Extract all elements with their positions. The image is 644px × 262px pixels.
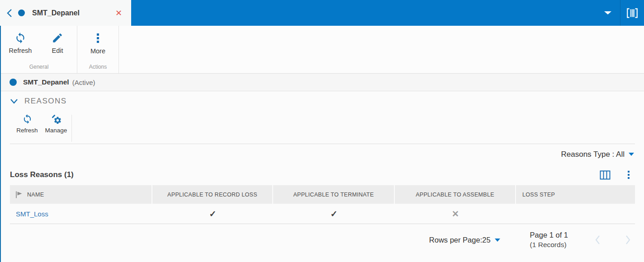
- column-header-loss-step[interactable]: LOSS STEP: [516, 185, 635, 204]
- refresh-label: Refresh: [9, 47, 32, 54]
- pagination-bar: Rows per Page:25 Page 1 of 1 (1 Records): [1, 224, 644, 256]
- entity-tab[interactable]: SMT_Depanel ✕: [0, 0, 131, 26]
- refresh-icon: [14, 32, 26, 44]
- edit-button[interactable]: Edit: [40, 30, 75, 54]
- column-header-name[interactable]: NAME: [10, 185, 152, 204]
- column-header-label: APPLICABLE TO ASSEMBLE: [416, 192, 494, 198]
- loss-reasons-title: Loss Reasons (1): [10, 170, 74, 179]
- records-label: (1 Records): [530, 240, 568, 249]
- chevron-down-icon: [495, 239, 500, 242]
- ribbon-toolbar: Refresh Edit General More Actions: [1, 26, 644, 74]
- column-header-label: LOSS STEP: [522, 192, 555, 198]
- cell-assemble: ✕: [395, 204, 516, 224]
- entity-summary-row: SMT_Depanel (Active): [1, 74, 644, 91]
- entity-status-dot: [18, 9, 25, 16]
- column-header-label: APPLICABLE TO TERMINATE: [293, 192, 374, 198]
- column-chooser-button[interactable]: [600, 170, 611, 180]
- chevron-down-icon: [10, 98, 18, 104]
- more-dots-icon: [97, 32, 99, 44]
- close-icon[interactable]: ✕: [114, 7, 124, 19]
- ribbon-group-general: Refresh Edit General: [1, 26, 77, 73]
- reasons-refresh-button[interactable]: Refresh: [13, 114, 42, 134]
- table-row: SMT_Loss ✓ ✓ ✕: [10, 204, 635, 224]
- ribbon-group-label-actions: Actions: [77, 64, 118, 73]
- refresh-button[interactable]: Refresh: [3, 30, 38, 54]
- loss-reason-link[interactable]: SMT_Loss: [16, 210, 48, 218]
- barcode-icon: [626, 7, 639, 19]
- pencil-icon: [52, 32, 63, 44]
- column-header-assemble[interactable]: APPLICABLE TO ASSEMBLE: [395, 185, 516, 204]
- cell-record-loss: ✓: [152, 204, 273, 224]
- page-label: Page 1 of 1: [530, 230, 568, 240]
- columns-icon: [600, 170, 611, 180]
- entity-name: SMT_Depanel: [23, 78, 69, 86]
- reasons-manage-button[interactable]: Manage: [42, 114, 71, 134]
- table-header-row: NAME APPLICABLE TO RECORD LOSS APPLICABL…: [10, 185, 635, 204]
- cell-terminate: ✓: [273, 204, 395, 224]
- chevron-left-icon: [6, 9, 13, 18]
- flag-icon: [15, 191, 23, 198]
- reasons-type-filter[interactable]: Reasons Type : All: [561, 150, 625, 159]
- reasons-section-header[interactable]: REASONS: [1, 91, 644, 111]
- ribbon-group-label-general: General: [1, 64, 77, 73]
- toolbar-divider: [71, 115, 72, 142]
- more-label: More: [90, 47, 105, 55]
- barcode-scan-button[interactable]: [620, 0, 644, 26]
- top-bar: SMT_Depanel ✕: [0, 0, 644, 26]
- reasons-manage-label: Manage: [45, 127, 67, 134]
- refresh-icon: [22, 114, 33, 124]
- column-header-record-loss[interactable]: APPLICABLE TO RECORD LOSS: [152, 185, 273, 204]
- loss-reasons-table: NAME APPLICABLE TO RECORD LOSS APPLICABL…: [10, 185, 635, 224]
- back-button[interactable]: [6, 9, 13, 18]
- table-title-row: Loss Reasons (1): [1, 164, 644, 185]
- next-page-button[interactable]: [625, 235, 631, 245]
- edit-label: Edit: [52, 47, 63, 54]
- cell-loss-step: [516, 204, 635, 224]
- chevron-down-icon[interactable]: [629, 153, 634, 156]
- kebab-menu-icon: [628, 169, 630, 180]
- column-header-label: NAME: [27, 192, 44, 198]
- x-mark-icon: ✕: [452, 209, 459, 219]
- tab-overflow-dropdown[interactable]: [596, 0, 620, 26]
- topbar-actions: [596, 0, 644, 26]
- table-more-button[interactable]: [628, 169, 630, 180]
- column-header-label: APPLICABLE TO RECORD LOSS: [167, 192, 257, 198]
- cell-name: SMT_Loss: [10, 204, 152, 224]
- reasons-refresh-label: Refresh: [16, 127, 38, 134]
- check-icon: ✓: [331, 209, 338, 219]
- previous-page-button[interactable]: [594, 235, 601, 245]
- filter-row: Reasons Type : All: [1, 144, 644, 164]
- reasons-toolbar: Refresh Manage: [1, 111, 644, 144]
- page-content: Refresh Edit General More Actions: [0, 26, 644, 262]
- check-icon: ✓: [209, 209, 217, 219]
- rows-per-page-value: 25: [482, 236, 490, 244]
- reasons-section-title: REASONS: [24, 97, 67, 106]
- rows-per-page-dropdown[interactable]: Rows per Page:25: [429, 236, 500, 244]
- chevron-down-icon: [604, 11, 611, 14]
- column-header-terminate[interactable]: APPLICABLE TO TERMINATE: [273, 185, 395, 204]
- ribbon-group-actions: More Actions: [77, 26, 119, 73]
- tab-title: SMT_Depanel: [32, 9, 114, 17]
- page-info: Page 1 of 1 (1 Records): [530, 230, 568, 249]
- rows-per-page-label: Rows per Page:: [429, 236, 482, 244]
- manage-gear-icon: [51, 114, 62, 124]
- entity-state-dot: [9, 79, 17, 86]
- more-button[interactable]: More: [80, 30, 116, 55]
- entity-status: (Active): [72, 79, 95, 86]
